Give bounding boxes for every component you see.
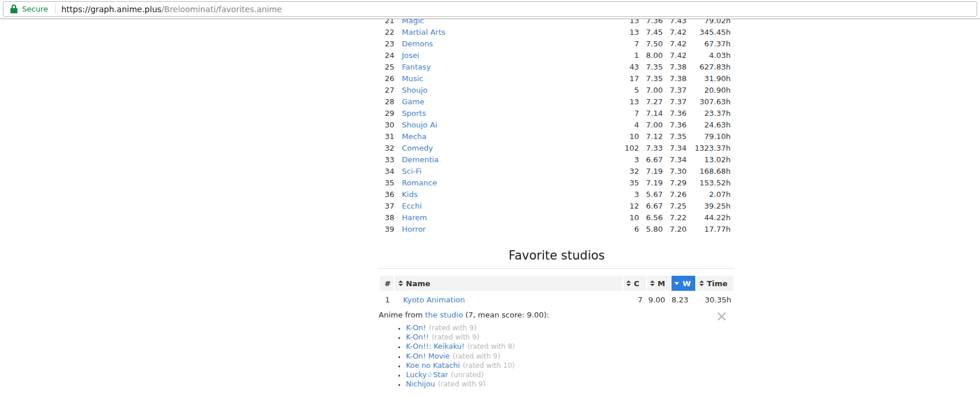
sort-both-icon	[699, 280, 704, 286]
genre-link[interactable]: Harem	[402, 213, 427, 222]
genre-row: 39 Horror 6 5.80 7.20 17.77h	[383, 223, 731, 235]
genre-row: 30 Shoujo Ai 4 7.00 7.36 24.63h	[383, 119, 731, 130]
genre-weighted-score: 7.36	[663, 119, 687, 130]
address-bar[interactable]: Secure https://graph.anime.plus/Breloomi…	[3, 1, 977, 17]
column-header-rank[interactable]: #	[380, 276, 394, 291]
genre-rank: 31	[383, 130, 394, 142]
genre-rank: 28	[383, 96, 394, 107]
genre-mean-score: 7.27	[639, 96, 663, 107]
genre-link[interactable]: Mecha	[402, 132, 427, 141]
genre-weighted-score: 7.35	[663, 130, 687, 142]
genre-rank: 27	[383, 84, 394, 96]
genre-link[interactable]: Fantasy	[402, 63, 431, 71]
genre-mean-score: 6.67	[639, 200, 663, 211]
genre-link[interactable]: Romance	[402, 178, 437, 187]
genre-weighted-score: 7.38	[663, 61, 687, 72]
the-studio-link[interactable]: the studio	[425, 311, 463, 319]
column-header-count[interactable]: C	[623, 276, 646, 291]
anime-link[interactable]: Koe no Katachi	[406, 361, 460, 370]
sort-desc-icon	[674, 282, 679, 285]
genre-link[interactable]: Martial Arts	[402, 28, 445, 36]
genre-mean-score: 7.45	[639, 26, 663, 38]
genre-time: 67.37h	[687, 38, 731, 49]
genre-link[interactable]: Ecchi	[402, 202, 422, 210]
genre-link[interactable]: Demons	[402, 39, 433, 48]
genre-link[interactable]: Josei	[402, 51, 419, 60]
genre-row: 27 Shoujo 5 7.00 7.37 20.90h	[383, 84, 731, 96]
genre-row: 38 Harem 10 6.56 7.22 44.22h	[383, 211, 731, 223]
genre-row: 28 Game 13 7.27 7.37 307.63h	[383, 96, 731, 107]
genre-count: 10	[615, 130, 639, 142]
genre-row: 31 Mecha 10 7.12 7.35 79.10h	[383, 130, 731, 142]
genre-link[interactable]: Game	[402, 97, 424, 106]
genre-time: 31.90h	[687, 72, 731, 84]
genre-row: 32 Comedy 102 7.33 7.34 1323.37h	[383, 142, 731, 154]
genre-time: 1323.37h	[687, 142, 731, 154]
column-header-mean[interactable]: M	[647, 276, 670, 291]
genre-count: 5	[615, 84, 639, 96]
column-header-name[interactable]: Name	[395, 276, 622, 291]
secure-lock-icon[interactable]	[10, 5, 17, 13]
genre-time: 17.77h	[687, 223, 731, 235]
url-text[interactable]: https://graph.anime.plus/Breloominati/fa…	[61, 5, 282, 14]
genre-weighted-score: 7.42	[663, 38, 687, 49]
genre-time: 627.83h	[687, 61, 731, 72]
studio-row: 1 Kyoto Animation 7 9.00 8.23 30.35h	[380, 291, 734, 308]
genre-mean-score: 7.00	[639, 119, 663, 130]
anime-link[interactable]: K-On! Movie	[406, 352, 449, 360]
studio-time: 30.35h	[696, 291, 734, 308]
genre-link[interactable]: Sports	[402, 109, 426, 118]
anime-link[interactable]: Nichijou	[406, 379, 435, 388]
genre-link[interactable]: Music	[402, 74, 423, 83]
genre-link[interactable]: Dementia	[402, 155, 439, 164]
column-header-weighted-sorted[interactable]: W	[672, 276, 695, 291]
genre-row: 26 Music 17 7.35 7.38 31.90h	[383, 72, 731, 84]
secure-label[interactable]: Secure	[22, 5, 48, 13]
url-origin: https://graph.anime.plus	[61, 5, 162, 14]
genre-count: 10	[615, 211, 639, 223]
genre-mean-score: 7.00	[639, 84, 663, 96]
genre-link[interactable]: Shoujo Ai	[402, 121, 437, 129]
genre-weighted-score: 7.34	[663, 154, 687, 165]
genre-rank: 37	[383, 200, 394, 211]
genre-link[interactable]: Shoujo	[402, 86, 427, 94]
anime-link[interactable]: K-On!!	[406, 333, 429, 341]
genre-weighted-score: 7.36	[663, 107, 687, 119]
genre-count: 1	[615, 49, 639, 61]
genre-link[interactable]: Horror	[402, 225, 426, 233]
genre-rank: 23	[383, 38, 394, 49]
genre-mean-score: 6.67	[639, 154, 663, 165]
studios-header-row: # Name C M W Time	[380, 276, 734, 291]
genre-weighted-score: 7.38	[663, 72, 687, 84]
genre-row: 23 Demons 7 7.50 7.42 67.37h	[383, 38, 731, 49]
close-detail-button[interactable]: ×	[716, 311, 728, 322]
genre-mean-score: 7.50	[639, 38, 663, 49]
anime-link[interactable]: K-On!	[406, 323, 426, 332]
genre-link[interactable]: Sci-Fi	[402, 167, 422, 176]
anime-list-item: Lucky☆Star(unrated)	[406, 370, 735, 379]
favorite-genres-table: 21 Magic 13 7.36 7.43 79.02h 22 Martial …	[383, 14, 731, 235]
sort-both-icon	[398, 280, 403, 286]
genre-rank: 29	[383, 107, 394, 119]
favorite-studios-title: Favorite studios	[379, 249, 735, 262]
genre-count: 13	[615, 96, 639, 107]
genre-mean-score: 5.80	[639, 223, 663, 235]
genre-mean-score: 7.35	[639, 72, 663, 84]
column-header-time[interactable]: Time	[696, 276, 734, 291]
genre-weighted-score: 7.37	[663, 84, 687, 96]
genre-time: 20.90h	[687, 84, 731, 96]
genre-weighted-score: 7.42	[663, 49, 687, 61]
genre-link[interactable]: Kids	[402, 190, 418, 199]
genre-mean-score: 7.35	[639, 61, 663, 72]
anime-link[interactable]: K-On!!: Keikaku!	[406, 342, 464, 350]
genre-weighted-score: 7.29	[663, 177, 687, 188]
genre-mean-score: 5.67	[639, 188, 663, 200]
studio-link[interactable]: Kyoto Animation	[403, 295, 465, 304]
studio-detail-panel: Anime from the studio (7, mean score: 9.…	[379, 308, 735, 389]
genre-count: 32	[615, 165, 639, 177]
genre-time: 307.63h	[687, 96, 731, 107]
anime-link[interactable]: Lucky☆Star	[406, 370, 448, 379]
genre-link[interactable]: Comedy	[402, 144, 433, 152]
genre-mean-score: 7.12	[639, 130, 663, 142]
genre-rank: 30	[383, 119, 394, 130]
